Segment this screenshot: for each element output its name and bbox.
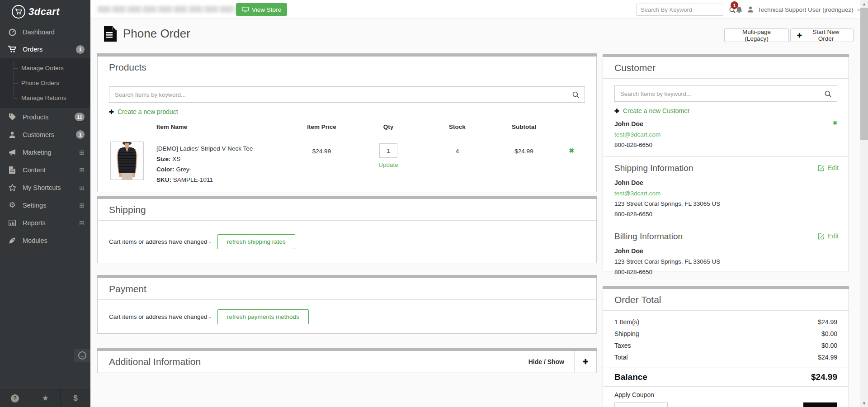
page-title: Phone Order [123,27,190,41]
customer-title: Customer [603,57,849,79]
apply-coupon-button[interactable]: APPLY [803,402,837,407]
page-scrollbar[interactable]: ▲ ▼ [860,0,868,407]
global-search-input[interactable] [637,6,724,13]
col-item-price: Item Price [291,123,352,130]
order-total-row: 1 Item(s) $24.99 [614,316,837,328]
orders-cart-icon [8,46,17,53]
products-table-header: Item Name Item Price Qty Stock Subtotal [109,120,585,135]
product-subtotal: $24.99 [490,142,558,155]
sidebar-item-manage-returns[interactable]: Manage Returns [0,90,90,105]
edit-pencil-icon [818,165,825,171]
update-qty-link[interactable]: Update [378,161,398,168]
apply-coupon-label: Apply Coupon [614,391,837,398]
tag-icon [8,113,17,121]
sidebar-item-my-shortcuts[interactable]: My Shortcuts ⊞ [0,179,90,196]
shipping-title: Shipping [98,199,596,221]
notifications-button[interactable]: 1 [735,3,748,16]
dollar-icon: $ [73,394,77,403]
help-button[interactable]: ? [0,389,30,407]
customer-panel: Customer ✚ Create a new Customer John Do… [603,54,849,271]
product-thumbnail[interactable] [110,142,144,180]
product-search-input[interactable] [109,91,567,98]
sidebar-item-customers[interactable]: Customers 1 [0,126,90,143]
create-new-product-link[interactable]: ✚ Create a new product [109,108,585,115]
sidebar-item-settings[interactable]: ⚙ Settings ⊞ [0,196,90,214]
col-subtotal: Subtotal [490,123,558,130]
favorites-button[interactable]: ★ [30,389,61,407]
collapse-arrow-icon: ← [78,351,86,360]
order-total-title: Order Total [603,289,849,311]
product-row: [DEMO] Ladies' Striped V-Neck Tee Size: … [109,135,585,189]
sidebar-item-content[interactable]: Content ⊞ [0,161,90,179]
monitor-icon [242,7,249,13]
billing-address: 123 Street Coral Springs, FL 33065 US [614,256,837,267]
phone-order-page: 3dcart Dashboard Orders 1 Manage Orders … [0,0,868,407]
customers-count-badge: 1 [76,130,85,139]
product-info: [DEMO] Ladies' Striped V-Neck Tee Size: … [156,142,291,185]
user-menu[interactable]: Technical Support User (jrodriguez) ∨ [747,0,860,19]
search-icon[interactable] [819,90,837,97]
sidebar-item-manage-orders[interactable]: Manage Orders [0,61,90,76]
sidebar-collapse-button[interactable]: ← [74,349,90,362]
plus-icon: ✚ [109,109,114,115]
sidebar-item-modules[interactable]: Modules [0,232,90,249]
billing-information-title: Billing Information [614,232,837,241]
sidebar-item-products[interactable]: Products 11 [0,108,90,126]
customer-email-link[interactable]: test@3dcart.com [614,129,837,140]
orders-submenu: Manage Orders Phone Orders Manage Return… [0,58,90,108]
billing-button[interactable]: $ [61,389,90,407]
sidebar-item-marketing[interactable]: Marketing ⊞ [0,143,90,161]
expand-icon[interactable]: ⊞ [79,184,85,191]
refresh-payment-methods-button[interactable]: refresh payments methods [217,309,309,324]
edit-shipping-link[interactable]: Edit [818,164,839,171]
remove-customer-button[interactable]: ✖ [833,120,837,126]
payment-title: Payment [98,278,596,300]
panel-drag-bar [97,275,597,278]
order-total-rows: 1 Item(s) $24.99 Shipping $0.00 Taxes $0… [603,311,849,368]
customer-search-input[interactable] [615,90,819,97]
shipping-information-section: Shipping Information Edit John Doe test@… [603,156,849,225]
edit-billing-link[interactable]: Edit [818,232,839,240]
sidebar-item-phone-orders[interactable]: Phone Orders [0,76,90,90]
expand-icon[interactable]: ⊞ [79,149,85,156]
scrollbar-down-arrow[interactable]: ▼ [860,399,868,407]
dashboard-icon [8,28,17,36]
expand-section-button[interactable]: ✚ [575,358,596,366]
products-panel: Products ✚ Create a new product Item Nam… [97,53,597,192]
sidebar-item-reports[interactable]: Reports ⊞ [0,214,90,232]
sidebar-item-orders[interactable]: Orders 1 [0,41,90,58]
col-qty: Qty [352,123,425,130]
qty-input[interactable] [379,143,397,158]
sidebar-item-dashboard[interactable]: Dashboard [0,24,90,41]
scrollbar-thumb[interactable] [860,8,868,140]
expand-icon[interactable]: ⊞ [79,219,85,227]
expand-icon[interactable]: ⊞ [79,202,85,209]
balance-row: Balance $24.99 [603,368,849,387]
customer-name: John Doe [614,119,837,129]
expand-icon[interactable]: ⊞ [79,166,85,174]
panel-drag-bar [603,286,849,289]
multipage-legacy-button[interactable]: Multi-page (Legacy) [724,28,789,42]
scrollbar-up-arrow[interactable]: ▲ [860,0,868,8]
shipping-information-title: Shipping Information [614,163,837,173]
user-name: Technical Support User (jrodriguez) [758,6,854,13]
coupon-input[interactable] [614,402,668,407]
refresh-shipping-rates-button[interactable]: refresh shipping rates [217,234,295,249]
selected-customer: John Doe test@3dcart.com 800-828-6650 ✖ [614,119,837,156]
balance-label: Balance [614,372,647,382]
panel-drag-bar [97,196,597,199]
billing-phone: 800-828-6650 [614,267,837,277]
shipping-email-link[interactable]: test@3dcart.com [614,188,837,199]
view-store-button[interactable]: View Store [236,3,287,16]
start-new-order-button[interactable]: ✚ Start New Order [790,28,854,42]
create-new-customer-link[interactable]: ✚ Create a new Customer [614,107,837,114]
brand-logo[interactable]: 3dcart [0,0,90,24]
billing-name: John Doe [614,246,837,256]
customer-search [614,85,837,102]
redacted-store-url [98,6,242,13]
remove-product-button[interactable]: ✖ [558,142,585,154]
search-icon[interactable] [567,91,585,98]
hide-show-toggle[interactable]: Hide / Show [528,358,574,365]
panel-drag-bar [603,54,849,57]
billing-information-section: Billing Information Edit John Doe 123 St… [603,225,849,283]
